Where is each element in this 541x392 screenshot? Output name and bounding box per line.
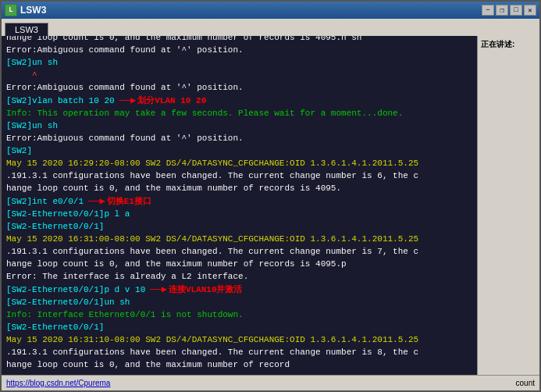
terminal-line: Info: This operation may take a few seco…: [6, 108, 472, 120]
terminal-line: ^: [6, 69, 472, 82]
terminal-line: hange loop count is 0, and the maximum n…: [6, 36, 472, 45]
terminal-line: [SW2-Ethernet0/0/1]: [6, 221, 472, 233]
terminal-line: hange loop count is 0, and the maximum n…: [6, 258, 472, 271]
terminal-line: Error: The interface is already a L2 int…: [6, 271, 472, 283]
terminal-line: May 15 2020 16:31:10-08:00 SW2 DS/4/DATA…: [6, 334, 472, 347]
title-bar: L LSW3 − ❐ □ ✕: [2, 2, 539, 19]
terminal-line: [SW2]vlan batch 10 20——▶划分VLAN 10 20: [6, 94, 472, 108]
terminal-line: .191.3.1 configurations have been change…: [6, 347, 472, 359]
terminal-line: [SW2]un sh: [6, 120, 472, 133]
terminal-line: hange loop count is 0, and the maximum n…: [6, 359, 472, 372]
terminal-line: [SW2]int e0/0/1——▶切换E1接口: [6, 195, 472, 208]
close-button[interactable]: ✕: [524, 5, 536, 16]
main-window: L LSW3 − ❐ □ ✕ LSW3 .191.3.1 configurati…: [0, 0, 541, 392]
count-label: count: [516, 379, 535, 387]
maximize-button[interactable]: □: [510, 5, 522, 16]
terminal-line: [SW2-Ethernet0/0/1]un sh: [6, 297, 472, 309]
terminal-line: .191.3.1 configurations have been change…: [6, 170, 472, 183]
tab-lsw3[interactable]: LSW3: [5, 23, 48, 36]
terminal-line: [SW2-Ethernet0/0/1]p d v 10——▶连接VLAN10并激…: [6, 283, 472, 297]
terminal-line: Error:Ambiguous command found at '^' pos…: [6, 45, 472, 57]
terminal-line: [SW2]: [6, 145, 472, 158]
terminal-line: [SW2-Ethernet0/0/1]: [6, 322, 472, 334]
terminal-line: [SW2-Ethernet0/0/1]p l a: [6, 208, 472, 221]
terminal-output[interactable]: .191.3.1 configurations have been change…: [2, 36, 477, 375]
content-area: .191.3.1 configurations have been change…: [2, 36, 539, 375]
window-controls: − ❐ □ ✕: [482, 5, 536, 16]
minimize-button[interactable]: −: [482, 5, 494, 16]
status-bar: https://blog.csdn.net/Cpurema count: [2, 375, 539, 390]
terminal-line: May 15 2020 16:29:20-08:00 SW2 DS/4/DATA…: [6, 158, 472, 170]
terminal-line: Error:Ambiguous command found at '^' pos…: [6, 82, 472, 94]
sidebar-panel: 正在讲述:: [477, 36, 539, 375]
app-icon-text: L: [9, 6, 12, 14]
terminal-line: .191.3.1 configurations have been change…: [6, 246, 472, 258]
url-text: https://blog.csdn.net/Cpurema: [6, 379, 516, 387]
sidebar-label: 正在讲述:: [481, 40, 514, 48]
terminal-line: hange loop count is 0, and the maximum n…: [6, 183, 472, 195]
app-icon: L: [5, 4, 17, 16]
terminal-line: Error:Ambiguous command found at '^' pos…: [6, 133, 472, 145]
tab-bar: LSW3: [2, 19, 539, 36]
title-bar-left: L LSW3: [5, 4, 46, 16]
window-title: LSW3: [20, 5, 46, 16]
restore-button[interactable]: ❐: [496, 5, 508, 16]
terminal-line: May 15 2020 16:31:00-08:00 SW2 DS/4/DATA…: [6, 233, 472, 246]
terminal-line: [SW2]un sh: [6, 57, 472, 69]
terminal-line: Info: Interface Ethernet0/0/1 is not shu…: [6, 309, 472, 322]
